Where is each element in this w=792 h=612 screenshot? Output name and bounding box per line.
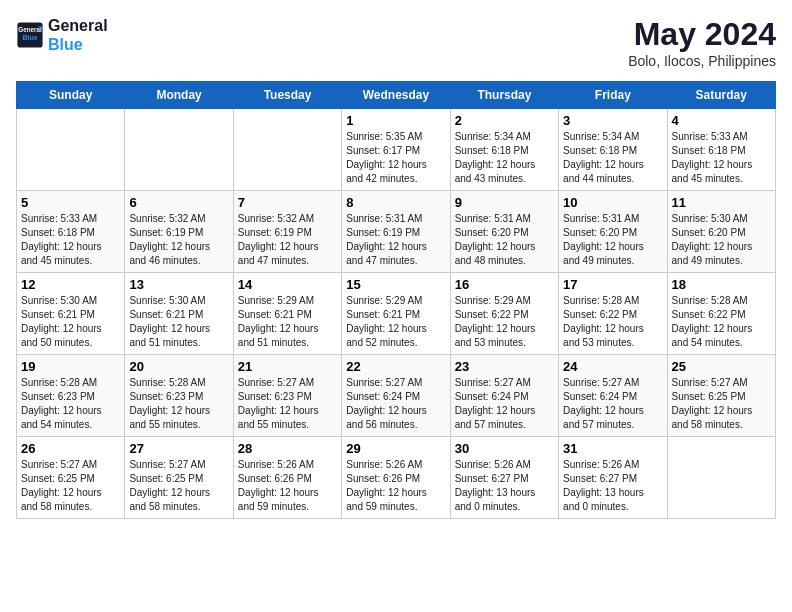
day-info: Sunrise: 5:31 AMSunset: 6:20 PMDaylight:… xyxy=(563,212,662,268)
svg-text:General: General xyxy=(18,26,42,33)
day-number: 18 xyxy=(672,277,771,292)
day-number: 14 xyxy=(238,277,337,292)
calendar-cell: 2Sunrise: 5:34 AMSunset: 6:18 PMDaylight… xyxy=(450,109,558,191)
calendar-cell: 28Sunrise: 5:26 AMSunset: 6:26 PMDayligh… xyxy=(233,437,341,519)
day-number: 15 xyxy=(346,277,445,292)
day-number: 10 xyxy=(563,195,662,210)
day-number: 25 xyxy=(672,359,771,374)
day-number: 16 xyxy=(455,277,554,292)
day-number: 5 xyxy=(21,195,120,210)
day-number: 27 xyxy=(129,441,228,456)
day-number: 24 xyxy=(563,359,662,374)
day-number: 21 xyxy=(238,359,337,374)
day-info: Sunrise: 5:27 AMSunset: 6:25 PMDaylight:… xyxy=(129,458,228,514)
calendar-cell: 5Sunrise: 5:33 AMSunset: 6:18 PMDaylight… xyxy=(17,191,125,273)
day-info: Sunrise: 5:33 AMSunset: 6:18 PMDaylight:… xyxy=(672,130,771,186)
calendar-cell: 15Sunrise: 5:29 AMSunset: 6:21 PMDayligh… xyxy=(342,273,450,355)
calendar-cell: 1Sunrise: 5:35 AMSunset: 6:17 PMDaylight… xyxy=(342,109,450,191)
calendar-cell: 13Sunrise: 5:30 AMSunset: 6:21 PMDayligh… xyxy=(125,273,233,355)
day-info: Sunrise: 5:35 AMSunset: 6:17 PMDaylight:… xyxy=(346,130,445,186)
calendar-cell xyxy=(233,109,341,191)
weekday-header-sunday: Sunday xyxy=(17,82,125,109)
calendar-cell: 19Sunrise: 5:28 AMSunset: 6:23 PMDayligh… xyxy=(17,355,125,437)
weekday-header-tuesday: Tuesday xyxy=(233,82,341,109)
logo: General Blue General Blue xyxy=(16,16,108,54)
calendar-cell: 27Sunrise: 5:27 AMSunset: 6:25 PMDayligh… xyxy=(125,437,233,519)
calendar-cell: 18Sunrise: 5:28 AMSunset: 6:22 PMDayligh… xyxy=(667,273,775,355)
calendar-week-row: 12Sunrise: 5:30 AMSunset: 6:21 PMDayligh… xyxy=(17,273,776,355)
day-info: Sunrise: 5:27 AMSunset: 6:25 PMDaylight:… xyxy=(21,458,120,514)
day-number: 11 xyxy=(672,195,771,210)
calendar-cell: 12Sunrise: 5:30 AMSunset: 6:21 PMDayligh… xyxy=(17,273,125,355)
weekday-header-saturday: Saturday xyxy=(667,82,775,109)
logo-text-general: General xyxy=(48,16,108,35)
day-number: 31 xyxy=(563,441,662,456)
day-info: Sunrise: 5:26 AMSunset: 6:27 PMDaylight:… xyxy=(455,458,554,514)
logo-text-blue: Blue xyxy=(48,35,108,54)
day-info: Sunrise: 5:29 AMSunset: 6:21 PMDaylight:… xyxy=(238,294,337,350)
month-title: May 2024 xyxy=(628,16,776,53)
weekday-header-monday: Monday xyxy=(125,82,233,109)
calendar-cell: 10Sunrise: 5:31 AMSunset: 6:20 PMDayligh… xyxy=(559,191,667,273)
day-info: Sunrise: 5:26 AMSunset: 6:26 PMDaylight:… xyxy=(238,458,337,514)
calendar-cell: 7Sunrise: 5:32 AMSunset: 6:19 PMDaylight… xyxy=(233,191,341,273)
calendar-week-row: 5Sunrise: 5:33 AMSunset: 6:18 PMDaylight… xyxy=(17,191,776,273)
calendar-cell: 22Sunrise: 5:27 AMSunset: 6:24 PMDayligh… xyxy=(342,355,450,437)
calendar-cell: 8Sunrise: 5:31 AMSunset: 6:19 PMDaylight… xyxy=(342,191,450,273)
calendar-cell xyxy=(667,437,775,519)
day-number: 26 xyxy=(21,441,120,456)
day-info: Sunrise: 5:27 AMSunset: 6:23 PMDaylight:… xyxy=(238,376,337,432)
day-info: Sunrise: 5:34 AMSunset: 6:18 PMDaylight:… xyxy=(455,130,554,186)
calendar-cell: 14Sunrise: 5:29 AMSunset: 6:21 PMDayligh… xyxy=(233,273,341,355)
weekday-header-wednesday: Wednesday xyxy=(342,82,450,109)
calendar-week-row: 19Sunrise: 5:28 AMSunset: 6:23 PMDayligh… xyxy=(17,355,776,437)
day-info: Sunrise: 5:34 AMSunset: 6:18 PMDaylight:… xyxy=(563,130,662,186)
day-number: 20 xyxy=(129,359,228,374)
day-number: 19 xyxy=(21,359,120,374)
day-number: 22 xyxy=(346,359,445,374)
day-info: Sunrise: 5:31 AMSunset: 6:19 PMDaylight:… xyxy=(346,212,445,268)
day-number: 29 xyxy=(346,441,445,456)
day-info: Sunrise: 5:31 AMSunset: 6:20 PMDaylight:… xyxy=(455,212,554,268)
day-number: 6 xyxy=(129,195,228,210)
day-info: Sunrise: 5:32 AMSunset: 6:19 PMDaylight:… xyxy=(129,212,228,268)
calendar-cell: 24Sunrise: 5:27 AMSunset: 6:24 PMDayligh… xyxy=(559,355,667,437)
calendar-cell xyxy=(125,109,233,191)
day-number: 28 xyxy=(238,441,337,456)
day-number: 4 xyxy=(672,113,771,128)
calendar-cell: 11Sunrise: 5:30 AMSunset: 6:20 PMDayligh… xyxy=(667,191,775,273)
calendar-cell xyxy=(17,109,125,191)
calendar-cell: 26Sunrise: 5:27 AMSunset: 6:25 PMDayligh… xyxy=(17,437,125,519)
day-info: Sunrise: 5:26 AMSunset: 6:26 PMDaylight:… xyxy=(346,458,445,514)
calendar-table: SundayMondayTuesdayWednesdayThursdayFrid… xyxy=(16,81,776,519)
calendar-cell: 21Sunrise: 5:27 AMSunset: 6:23 PMDayligh… xyxy=(233,355,341,437)
day-number: 13 xyxy=(129,277,228,292)
day-number: 17 xyxy=(563,277,662,292)
calendar-cell: 4Sunrise: 5:33 AMSunset: 6:18 PMDaylight… xyxy=(667,109,775,191)
day-info: Sunrise: 5:26 AMSunset: 6:27 PMDaylight:… xyxy=(563,458,662,514)
day-info: Sunrise: 5:28 AMSunset: 6:23 PMDaylight:… xyxy=(21,376,120,432)
day-number: 1 xyxy=(346,113,445,128)
day-info: Sunrise: 5:27 AMSunset: 6:25 PMDaylight:… xyxy=(672,376,771,432)
day-info: Sunrise: 5:32 AMSunset: 6:19 PMDaylight:… xyxy=(238,212,337,268)
calendar-cell: 6Sunrise: 5:32 AMSunset: 6:19 PMDaylight… xyxy=(125,191,233,273)
calendar-week-row: 1Sunrise: 5:35 AMSunset: 6:17 PMDaylight… xyxy=(17,109,776,191)
day-info: Sunrise: 5:27 AMSunset: 6:24 PMDaylight:… xyxy=(455,376,554,432)
calendar-cell: 25Sunrise: 5:27 AMSunset: 6:25 PMDayligh… xyxy=(667,355,775,437)
day-number: 3 xyxy=(563,113,662,128)
calendar-cell: 29Sunrise: 5:26 AMSunset: 6:26 PMDayligh… xyxy=(342,437,450,519)
calendar-cell: 20Sunrise: 5:28 AMSunset: 6:23 PMDayligh… xyxy=(125,355,233,437)
day-info: Sunrise: 5:27 AMSunset: 6:24 PMDaylight:… xyxy=(563,376,662,432)
day-number: 8 xyxy=(346,195,445,210)
day-info: Sunrise: 5:30 AMSunset: 6:21 PMDaylight:… xyxy=(129,294,228,350)
calendar-cell: 16Sunrise: 5:29 AMSunset: 6:22 PMDayligh… xyxy=(450,273,558,355)
day-info: Sunrise: 5:29 AMSunset: 6:22 PMDaylight:… xyxy=(455,294,554,350)
day-number: 30 xyxy=(455,441,554,456)
day-info: Sunrise: 5:28 AMSunset: 6:22 PMDaylight:… xyxy=(563,294,662,350)
day-number: 2 xyxy=(455,113,554,128)
day-info: Sunrise: 5:28 AMSunset: 6:22 PMDaylight:… xyxy=(672,294,771,350)
calendar-cell: 17Sunrise: 5:28 AMSunset: 6:22 PMDayligh… xyxy=(559,273,667,355)
day-info: Sunrise: 5:29 AMSunset: 6:21 PMDaylight:… xyxy=(346,294,445,350)
logo-icon: General Blue xyxy=(16,21,44,49)
calendar-cell: 9Sunrise: 5:31 AMSunset: 6:20 PMDaylight… xyxy=(450,191,558,273)
